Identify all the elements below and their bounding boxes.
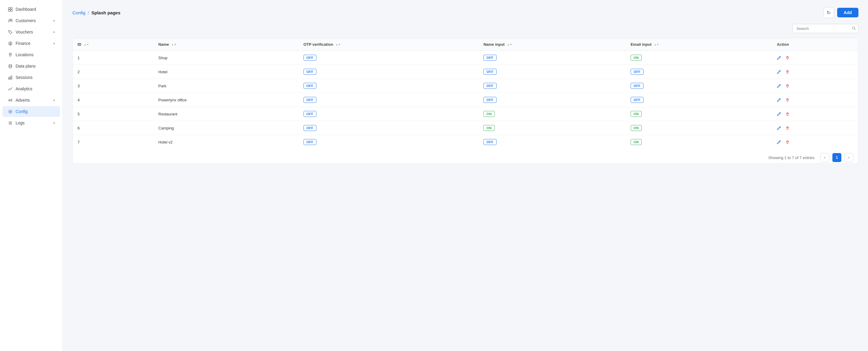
cell-id: 5: [73, 107, 154, 121]
cell-action: [772, 121, 858, 135]
sidebar-item-customers[interactable]: Customers ▾: [2, 15, 60, 26]
table-container: ID ▲▼ Name ▲▼ OTP verification ▲▼ Name i…: [72, 38, 859, 164]
cell-name: Hotel: [154, 65, 299, 79]
chevron-icon-vouchers: ▾: [53, 31, 55, 34]
cell-action: [772, 65, 858, 79]
sidebar-item-vouchers[interactable]: Vouchers ▾: [2, 27, 60, 37]
sidebar-label-finance: Finance: [16, 41, 31, 46]
sidebar-item-dashboard[interactable]: Dashboard: [2, 4, 60, 15]
refresh-button[interactable]: ↻: [824, 7, 834, 18]
sidebar: Dashboard Customers ▾ Vouchers ▾ Finance…: [0, 0, 63, 351]
col-name[interactable]: Name ▲▼: [154, 38, 299, 51]
edit-icon-4[interactable]: [777, 98, 781, 102]
chart-icon: [8, 86, 12, 91]
tag-icon: [8, 30, 12, 34]
sidebar-item-config[interactable]: Config: [2, 106, 60, 117]
svg-point-13: [9, 111, 11, 112]
cell-name: Hotel v2: [154, 135, 299, 149]
pagination-prev-button[interactable]: ‹: [820, 153, 829, 162]
cell-nameinput: OFF: [478, 65, 626, 79]
cell-id: 1: [73, 51, 154, 65]
chevron-icon-logs: ▾: [53, 121, 55, 125]
delete-icon-3[interactable]: [785, 84, 789, 88]
header-actions: ↻ Add: [824, 7, 859, 18]
delete-icon-5[interactable]: [785, 112, 789, 116]
cell-otp: OFF: [299, 93, 478, 107]
pagination-next-button[interactable]: ›: [844, 153, 853, 162]
table-header-row: ID ▲▼ Name ▲▼ OTP verification ▲▼ Name i…: [73, 38, 858, 51]
table-row: 3 Park OFF OFF OFF: [73, 79, 858, 93]
cell-emailinput: ON: [626, 135, 772, 149]
edit-icon-5[interactable]: [777, 112, 781, 116]
sidebar-label-customers: Customers: [16, 18, 36, 23]
col-otp[interactable]: OTP verification ▲▼: [299, 38, 478, 51]
cell-name: Restaurant: [154, 107, 299, 121]
table-row: 1 Shop OFF OFF ON: [73, 51, 858, 65]
main-content: Config / Splash pages ↻ Add: [63, 0, 868, 351]
cell-name: Camping: [154, 121, 299, 135]
delete-icon-7[interactable]: [785, 140, 789, 144]
search-wrapper: [793, 24, 859, 33]
col-emailinput[interactable]: Email input ▲▼: [626, 38, 772, 51]
breadcrumb-config-link[interactable]: Config: [72, 10, 85, 15]
breadcrumb: Config / Splash pages: [72, 10, 120, 15]
search-input[interactable]: [793, 24, 859, 33]
settings-icon: [8, 109, 12, 114]
delete-icon-6[interactable]: [785, 126, 789, 130]
cell-action: [772, 135, 858, 149]
sidebar-item-finance[interactable]: Finance ▾: [2, 38, 60, 49]
cell-action: [772, 107, 858, 121]
delete-icon-2[interactable]: [785, 70, 789, 74]
svg-point-5: [11, 19, 12, 20]
delete-icon-4[interactable]: [785, 98, 789, 102]
cell-otp: OFF: [299, 107, 478, 121]
splash-pages-table: ID ▲▼ Name ▲▼ OTP verification ▲▼ Name i…: [73, 38, 858, 149]
grid-icon: [8, 7, 12, 12]
cell-action: [772, 93, 858, 107]
col-action: Action: [772, 38, 858, 51]
delete-icon-1[interactable]: [785, 56, 789, 60]
edit-icon-1[interactable]: [777, 56, 781, 60]
col-id[interactable]: ID ▲▼: [73, 38, 154, 51]
sidebar-item-locations[interactable]: Locations: [2, 49, 60, 60]
cell-name: Powerlynx office: [154, 93, 299, 107]
sidebar-item-adverts[interactable]: Adverts ▾: [2, 95, 60, 106]
sidebar-item-logs[interactable]: Logs ▾: [2, 117, 60, 128]
sidebar-item-dataplans[interactable]: Data plans: [2, 61, 60, 71]
sidebar-label-dashboard: Dashboard: [16, 7, 36, 12]
svg-rect-10: [8, 77, 9, 79]
pin-icon: [8, 52, 12, 57]
edit-icon-6[interactable]: [777, 126, 781, 130]
svg-rect-11: [9, 76, 10, 79]
svg-point-8: [10, 54, 11, 55]
pagination-page-1[interactable]: 1: [832, 153, 841, 162]
svg-point-6: [9, 31, 9, 31]
edit-icon-2[interactable]: [777, 70, 781, 74]
sidebar-item-sessions[interactable]: Sessions: [2, 72, 60, 83]
pagination-info: Showing 1 to 7 of 7 entries: [768, 155, 814, 160]
sidebar-label-sessions: Sessions: [16, 75, 33, 80]
col-nameinput[interactable]: Name input ▲▼: [478, 38, 626, 51]
cell-id: 7: [73, 135, 154, 149]
svg-line-18: [855, 29, 856, 30]
cell-emailinput: OFF: [626, 65, 772, 79]
search-icon-button[interactable]: [852, 26, 856, 31]
cell-id: 2: [73, 65, 154, 79]
pagination-row: Showing 1 to 7 of 7 entries ‹ 1 ›: [73, 149, 858, 163]
add-button[interactable]: Add: [837, 8, 859, 17]
cell-nameinput: OFF: [478, 51, 626, 65]
cell-emailinput: OFF: [626, 79, 772, 93]
sidebar-label-locations: Locations: [16, 52, 33, 57]
chevron-icon-adverts: ▾: [53, 99, 55, 102]
svg-rect-1: [10, 7, 12, 9]
sidebar-label-dataplans: Data plans: [16, 64, 36, 68]
page-header: Config / Splash pages ↻ Add: [72, 7, 859, 18]
edit-icon-3[interactable]: [777, 84, 781, 88]
breadcrumb-separator: /: [88, 10, 89, 15]
svg-rect-0: [8, 7, 10, 9]
edit-icon-7[interactable]: [777, 140, 781, 144]
sidebar-item-analytics[interactable]: Analytics: [2, 83, 60, 94]
sidebar-label-vouchers: Vouchers: [16, 30, 33, 34]
breadcrumb-current: Splash pages: [92, 10, 121, 15]
cell-otp: OFF: [299, 135, 478, 149]
